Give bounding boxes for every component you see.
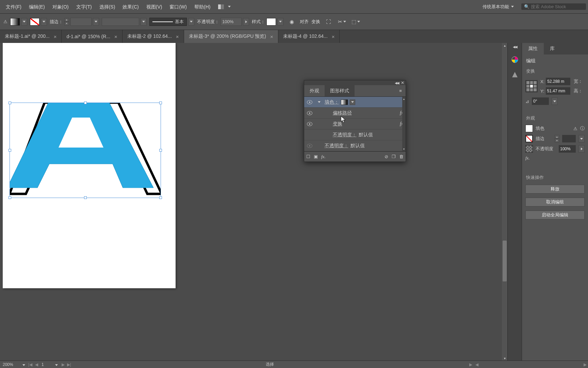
resize-handle[interactable]	[9, 149, 11, 152]
clear-appearance-icon[interactable]: ⊘	[385, 154, 388, 159]
tab-appearance[interactable]: 外观	[304, 85, 325, 96]
appearance-row-fill[interactable]: 填色：	[304, 97, 406, 108]
tab-properties[interactable]: 属性	[522, 43, 544, 55]
visibility-icon[interactable]	[307, 122, 312, 126]
hscroll-right-icon[interactable]: ▶	[582, 362, 588, 367]
document-tab[interactable]: d-1.ai* @ 150% (R...×	[62, 30, 122, 43]
fill-color-dropdown[interactable]	[350, 99, 355, 105]
resize-handle[interactable]	[84, 102, 87, 104]
isolate-group-icon[interactable]: ⛶	[323, 16, 334, 27]
close-icon[interactable]: ×	[54, 34, 57, 40]
visibility-icon[interactable]	[307, 144, 312, 148]
fill-swatch[interactable]	[10, 18, 20, 26]
stroke-weight-dropdown[interactable]	[93, 18, 99, 26]
menu-file[interactable]: 文件(F)	[2, 0, 25, 14]
color-guide-panel-icon[interactable]	[510, 71, 520, 79]
prev-artboard-icon[interactable]: ◀	[33, 362, 39, 367]
stroke-weight-input-prop[interactable]	[562, 135, 576, 142]
tab-graphic-styles[interactable]: 图形样式	[325, 85, 355, 96]
global-edit-button[interactable]: 启动全局编辑	[525, 211, 585, 219]
close-icon[interactable]: ×	[270, 34, 273, 40]
menu-help[interactable]: 帮助(H)	[191, 0, 214, 14]
stroke-weight-stepper[interactable]: ▴▾	[64, 18, 69, 26]
new-art-basic-icon[interactable]: ☐	[306, 154, 310, 159]
fx-icon[interactable]: fx.	[525, 155, 530, 161]
close-panel-icon[interactable]: ✕	[401, 80, 404, 85]
new-art-maintain-icon[interactable]: ▣	[314, 154, 318, 159]
var-width-dropdown[interactable]	[141, 18, 147, 26]
opacity-dd-prop[interactable]	[578, 145, 585, 153]
tab-libraries[interactable]: 库	[544, 43, 561, 55]
stroke-weight-dd-prop[interactable]	[578, 135, 585, 142]
reference-point-selector[interactable]	[525, 80, 538, 92]
x-input[interactable]	[546, 78, 570, 85]
transform-label[interactable]: 变换	[311, 19, 320, 25]
scroll-down-icon[interactable]: ▾	[504, 356, 506, 361]
visibility-icon[interactable]	[307, 100, 312, 104]
fill-dropdown[interactable]	[21, 18, 27, 26]
resize-handle[interactable]	[159, 149, 162, 152]
workspace-switcher[interactable]: 传统基本功能	[478, 4, 518, 10]
document-tab[interactable]: 未标题-4 @ 102.64...×	[278, 30, 340, 43]
disclosure-icon[interactable]	[318, 101, 321, 103]
appearance-row-transform[interactable]: 变换 fx	[304, 119, 406, 129]
align-label[interactable]: 对齐	[300, 19, 309, 25]
close-icon[interactable]: ×	[176, 34, 179, 40]
next-artboard-icon[interactable]: ▶	[60, 362, 66, 367]
opacity-input-prop[interactable]	[559, 145, 576, 153]
y-input[interactable]	[546, 87, 570, 95]
resize-handle[interactable]	[159, 196, 162, 199]
scroll-up-icon[interactable]: ▴	[504, 43, 506, 48]
edit-contents-icon[interactable]: ⬚	[350, 16, 361, 27]
stroke-weight-stepper-prop[interactable]: ▴▾	[555, 135, 559, 142]
vertical-scrollbar[interactable]: ▴ ▾	[502, 43, 507, 361]
resize-handle[interactable]	[159, 102, 162, 104]
graphic-style-swatch[interactable]	[266, 18, 276, 26]
menu-object[interactable]: 对象(O)	[49, 0, 72, 14]
fill-swatch-prop[interactable]	[525, 125, 533, 132]
rotation-dropdown[interactable]	[552, 97, 558, 105]
document-tab[interactable]: 未标题-2 @ 102.64...×	[122, 30, 184, 43]
artboard-number[interactable]: 1	[39, 362, 53, 367]
add-effect-icon[interactable]: fx.	[321, 154, 326, 159]
brush-dropdown[interactable]	[188, 18, 194, 26]
menu-window[interactable]: 窗口(W)	[166, 0, 191, 14]
resize-handle[interactable]	[9, 196, 11, 199]
stock-search[interactable]: 🔍	[521, 3, 586, 10]
close-icon[interactable]: ×	[332, 34, 335, 40]
canvas[interactable]: ▴ ▾	[0, 43, 507, 361]
stroke-swatch-prop[interactable]	[525, 135, 533, 142]
first-artboard-icon[interactable]: |◀	[27, 362, 33, 367]
graphic-style-dropdown[interactable]	[277, 18, 283, 26]
color-panel-icon[interactable]	[510, 56, 520, 64]
panel-scrollbar[interactable]: ▴ ▾	[402, 97, 406, 151]
duplicate-item-icon[interactable]: ❐	[392, 154, 396, 159]
delete-item-icon[interactable]: 🗑	[399, 154, 404, 159]
stock-search-input[interactable]	[531, 4, 583, 9]
menu-edit[interactable]: 编辑(E)	[25, 0, 49, 14]
stroke-weight-input[interactable]	[70, 18, 92, 26]
crop-image-icon[interactable]: ✂	[337, 16, 347, 27]
rotation-input[interactable]	[532, 97, 549, 105]
arrange-dropdown[interactable]	[226, 3, 232, 11]
ungroup-button[interactable]: 取消编组	[525, 198, 585, 206]
menu-select[interactable]: 选择(S)	[96, 0, 119, 14]
menu-type[interactable]: 文字(T)	[72, 0, 96, 14]
close-icon[interactable]: ×	[114, 34, 117, 40]
opacity-swatch[interactable]	[525, 145, 533, 153]
opacity-input[interactable]: 100%	[220, 18, 242, 26]
menu-view[interactable]: 视图(V)	[143, 0, 166, 14]
opacity-dropdown[interactable]	[243, 18, 249, 26]
info-icon[interactable]: ⓘ	[580, 125, 585, 132]
appearance-row-opacity-inner[interactable]: 不透明度：默认值	[304, 129, 406, 140]
panel-menu-icon[interactable]: ≡	[395, 85, 406, 96]
last-artboard-icon[interactable]: ▶|	[66, 362, 72, 367]
appearance-row-opacity[interactable]: 不透明度：默认值	[304, 140, 406, 151]
document-tab-active[interactable]: 未标题-3* @ 200% (RGB/GPU 预览)×	[184, 30, 278, 43]
status-menu-icon[interactable]: ▶	[468, 362, 474, 367]
release-button[interactable]: 释放	[525, 185, 585, 194]
stroke-dropdown[interactable]	[41, 18, 47, 26]
hscroll-left-icon[interactable]: ◀	[474, 362, 480, 367]
appearance-row-offset-path[interactable]: 偏移路径 fx	[304, 108, 406, 119]
expand-dock-icon[interactable]: ◀◀	[513, 45, 517, 49]
